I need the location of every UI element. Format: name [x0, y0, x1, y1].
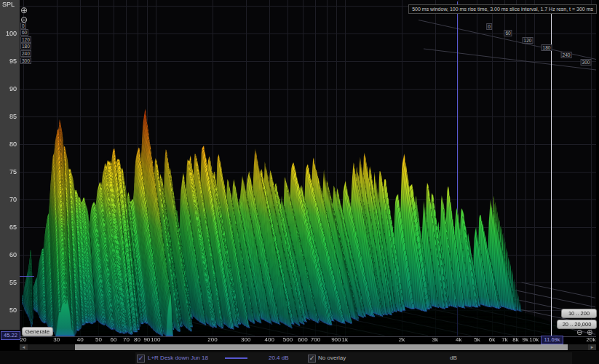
- time-tick-label-right: 300: [581, 59, 592, 66]
- spl-tick-label: 55: [0, 279, 17, 286]
- freq-tick-label: 2k: [389, 336, 414, 343]
- freq-tick-label: 100: [143, 336, 168, 343]
- freq-tick-label: 200: [200, 336, 225, 343]
- time-tick-label-left: 120: [20, 36, 31, 43]
- freq-tick-label: 300: [234, 336, 258, 343]
- time-tick-label-right: 240: [561, 52, 572, 58]
- waterfall-plot[interactable]: [0, 0, 599, 344]
- overlay-label[interactable]: No overlay: [318, 355, 346, 362]
- trace-legend-line: [225, 357, 247, 359]
- spl-tick-label: 85: [0, 113, 17, 120]
- trace-level: 20.4 dB: [269, 355, 289, 362]
- spl-tick-label: 50: [0, 306, 17, 314]
- trace-label[interactable]: L+R Desk down Jun 18: [148, 355, 208, 362]
- spl-tick-label: 70: [0, 196, 17, 203]
- unit-label: dB: [450, 355, 457, 362]
- scrollbar-thumb[interactable]: [75, 344, 568, 350]
- freq-scrollbar[interactable]: ◂ ▸: [20, 344, 596, 350]
- freq-tick-label: 10k: [522, 336, 547, 343]
- trace-checkbox[interactable]: ✓: [137, 355, 145, 363]
- time-tick-label-left: 0: [20, 23, 26, 29]
- spl-tick-label: 65: [0, 223, 17, 231]
- time-tick-label-right: 0: [486, 23, 492, 30]
- time-tick-label-left: 180: [20, 43, 31, 50]
- waterfall-window: SPL 100959085807570656055502030405060708…: [0, 0, 599, 364]
- legend-bar: [0, 351, 599, 364]
- analysis-settings-readout: 500 ms window, 100 ms rise time, 3.00 ms…: [408, 4, 597, 14]
- spl-tick-label: 80: [0, 141, 17, 148]
- range-bass-button[interactable]: 10 .. 200: [561, 309, 597, 318]
- spl-tick-label: 60: [0, 251, 17, 258]
- zoom-in-icon[interactable]: ⊕: [20, 6, 28, 15]
- time-tick-label-right: 120: [523, 37, 533, 44]
- time-tick-label-left: 60: [20, 29, 28, 36]
- scroll-right-icon[interactable]: ▸: [588, 344, 596, 350]
- time-tick-label-right: 180: [542, 44, 552, 51]
- scroll-left-icon[interactable]: ◂: [20, 344, 28, 350]
- time-tick-label-left: 240: [20, 50, 31, 57]
- generate-button[interactable]: Generate: [22, 327, 53, 336]
- spl-tick-label: 95: [0, 58, 17, 65]
- freq-tick-label: 20k: [579, 336, 599, 343]
- spl-axis-title: SPL: [2, 1, 15, 8]
- freq-tick-label: 30: [44, 336, 69, 343]
- spl-tick-label: 90: [0, 85, 17, 92]
- freq-tick-label: 3k: [423, 336, 448, 343]
- spl-tick-label: 100: [0, 30, 17, 37]
- spl-tick-label: 75: [0, 168, 17, 175]
- time-tick-label-left: 300: [20, 58, 31, 64]
- freq-tick-label: 20: [11, 336, 36, 343]
- freq-tick-label: 1k: [333, 336, 357, 343]
- overlay-checkbox[interactable]: ✓: [308, 355, 316, 363]
- time-tick-label-right: 60: [504, 30, 512, 36]
